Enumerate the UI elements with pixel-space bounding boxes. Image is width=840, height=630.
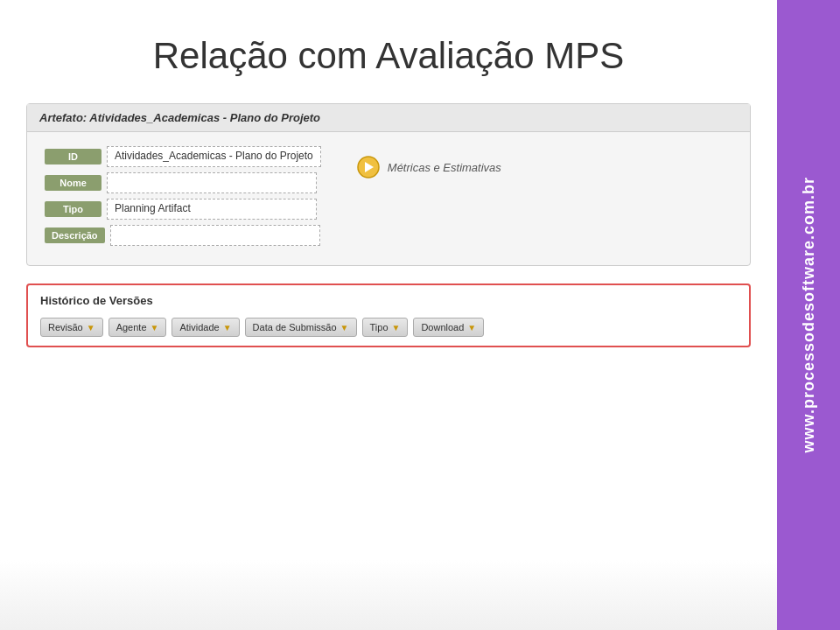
form-fields: ID Atividades_Academicas - Plano do Proj… — [45, 146, 321, 251]
sidebar-url: www.processodesoftware.com.br — [800, 177, 818, 452]
artifact-header: Artefato: Atividades_Academicas - Plano … — [27, 104, 750, 132]
sort-arrow-agente: ▼ — [150, 323, 159, 332]
metrics-label: Métricas e Estimativas — [388, 161, 501, 174]
col-btn-download[interactable]: Download ▼ — [413, 318, 484, 337]
col-label-download: Download — [421, 322, 464, 332]
sort-arrow-revisao: ▼ — [87, 323, 95, 332]
col-label-agente: Agente — [116, 322, 147, 332]
input-nome[interactable] — [107, 172, 317, 193]
col-btn-tipo[interactable]: Tipo ▼ — [362, 318, 409, 337]
col-label-tipo: Tipo — [370, 322, 388, 332]
input-id[interactable]: Atividades_Academicas - Plano do Projeto — [107, 146, 321, 167]
metrics-link[interactable]: Métricas e Estimativas — [356, 155, 501, 179]
form-row-nome: Nome — [45, 172, 321, 193]
sidebar: www.processodesoftware.com.br — [777, 0, 840, 630]
input-descricao[interactable] — [110, 225, 320, 246]
col-btn-data-submissao[interactable]: Data de Submissão ▼ — [245, 318, 357, 337]
col-label-atividade: Atividade — [179, 322, 219, 332]
label-id: ID — [45, 149, 102, 164]
form-row-descricao: Descrição — [45, 225, 321, 246]
sort-arrow-data-submissao: ▼ — [340, 323, 349, 332]
historico-title: Histórico de Versões — [40, 294, 737, 307]
form-row-id: ID Atividades_Academicas - Plano do Proj… — [45, 146, 321, 167]
sort-arrow-atividade: ▼ — [223, 323, 232, 332]
input-tipo[interactable]: Planning Artifact — [107, 199, 317, 220]
metrics-icon — [356, 155, 381, 179]
artifact-body: ID Atividades_Academicas - Plano do Proj… — [27, 132, 750, 265]
col-label-data-submissao: Data de Submissão — [253, 322, 337, 332]
col-btn-agente[interactable]: Agente ▼ — [108, 318, 167, 337]
bottom-fade — [0, 560, 777, 630]
label-nome: Nome — [45, 175, 102, 191]
main-content: Relação com Avaliação MPS Artefato: Ativ… — [0, 0, 777, 630]
historico-section: Histórico de Versões Revisão ▼ Agente ▼ … — [26, 284, 751, 347]
artifact-header-label: Artefato: — [39, 111, 87, 124]
sort-arrow-tipo: ▼ — [392, 323, 401, 332]
sort-arrow-download: ▼ — [467, 323, 476, 332]
col-label-revisao: Revisão — [48, 322, 83, 332]
artifact-panel: Artefato: Atividades_Academicas - Plano … — [26, 103, 751, 266]
col-btn-revisao[interactable]: Revisão ▼ — [40, 318, 103, 337]
table-header-row: Revisão ▼ Agente ▼ Atividade ▼ Data de S… — [40, 318, 737, 337]
page-title: Relação com Avaliação MPS — [26, 35, 751, 77]
artifact-header-value: Atividades_Academicas - Plano do Projeto — [89, 111, 320, 124]
label-tipo: Tipo — [45, 201, 102, 217]
col-btn-atividade[interactable]: Atividade ▼ — [172, 318, 239, 337]
form-row-tipo: Tipo Planning Artifact — [45, 199, 321, 220]
label-descricao: Descrição — [45, 228, 105, 243]
